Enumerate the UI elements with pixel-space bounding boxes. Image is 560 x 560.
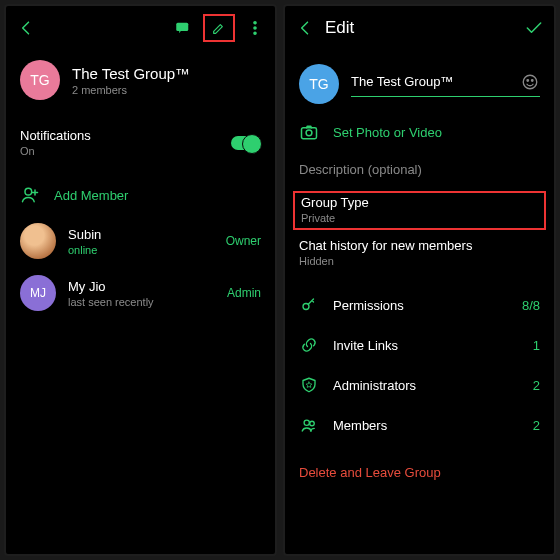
member-role: Owner [226,234,261,248]
svg-rect-0 [176,23,188,31]
avatar-initials: MJ [30,286,46,300]
topbar-right: Edit [285,6,554,50]
back-icon[interactable] [16,18,36,38]
notifications-toggle[interactable] [231,136,261,150]
svg-point-9 [306,130,312,136]
member-avatar [20,223,56,259]
chat-history-label: Chat history for new members [299,238,472,253]
group-info-screen: TG The Test Group™ 2 members Notificatio… [4,4,277,556]
edit-group-screen: Edit TG The Test Group™ Set Photo or Vid… [283,4,556,556]
topbar-left [6,6,275,50]
description-placeholder: Description (optional) [299,162,422,177]
set-photo-label: Set Photo or Video [333,125,442,140]
svg-point-1 [254,22,256,24]
check-icon[interactable] [524,18,544,38]
notifications-state: On [20,145,217,157]
group-type-label: Group Type [301,195,538,210]
member-avatar: MJ [20,275,56,311]
group-type-row[interactable]: Group Type Private [301,195,538,224]
chat-history-row[interactable]: Chat history for new members Hidden [285,234,554,277]
members-row[interactable]: Members 2 [285,405,554,445]
admins-row[interactable]: Administrators 2 [285,365,554,405]
emoji-icon[interactable] [520,72,540,92]
svg-point-11 [304,420,309,425]
member-role: Admin [227,286,261,300]
invite-links-row[interactable]: Invite Links 1 [285,325,554,365]
group-header: TG The Test Group™ 2 members [6,50,275,110]
group-type-value: Private [301,212,538,224]
admins-value: 2 [533,378,540,393]
members-icon [299,415,319,435]
camera-icon [299,122,319,142]
group-name-value: The Test Group™ [351,74,520,89]
svg-point-4 [25,188,32,195]
add-member-icon [20,185,40,205]
admins-label: Administrators [333,378,519,393]
member-status: last seen recently [68,296,215,308]
add-member-row[interactable]: Add Member [6,175,275,215]
permissions-label: Permissions [333,298,508,313]
svg-point-3 [254,32,256,34]
group-members-count: 2 members [72,84,190,96]
member-name: Subin [68,227,214,242]
shield-icon [299,375,319,395]
avatar-initials: TG [30,72,49,88]
members-label: Members [333,418,519,433]
permissions-value: 8/8 [522,298,540,313]
notifications-row[interactable]: Notifications On [6,118,275,167]
svg-point-6 [527,79,529,81]
member-name: My Jio [68,279,215,294]
delete-group-row[interactable]: Delete and Leave Group [285,455,554,490]
link-icon [299,335,319,355]
svg-point-7 [532,79,534,81]
permissions-row[interactable]: Permissions 8/8 [285,285,554,325]
group-avatar[interactable]: TG [20,60,60,100]
pencil-icon[interactable] [209,18,229,38]
key-icon [299,295,319,315]
notifications-label: Notifications [20,128,217,143]
delete-group-label: Delete and Leave Group [299,465,441,480]
description-row[interactable]: Description (optional) [285,152,554,187]
set-photo-row[interactable]: Set Photo or Video [285,112,554,152]
back-icon[interactable] [295,18,315,38]
group-type-highlight: Group Type Private [293,191,546,230]
chat-history-value: Hidden [299,255,472,267]
member-status: online [68,244,214,256]
invite-label: Invite Links [333,338,519,353]
invite-value: 1 [533,338,540,353]
group-name: The Test Group™ [72,65,190,82]
add-member-label: Add Member [54,188,128,203]
edit-highlight [203,14,235,42]
edit-group-header: TG The Test Group™ [285,50,554,112]
group-avatar[interactable]: TG [299,64,339,104]
svg-point-12 [310,421,315,426]
members-value: 2 [533,418,540,433]
group-name-input[interactable]: The Test Group™ [351,72,540,97]
svg-point-2 [254,27,256,29]
more-icon[interactable] [245,18,265,38]
chat-icon[interactable] [173,18,193,38]
screen-title: Edit [325,18,354,38]
member-row[interactable]: MJ My Jio last seen recently Admin [6,267,275,319]
svg-point-5 [523,75,537,89]
avatar-initials: TG [309,76,328,92]
member-row[interactable]: Subin online Owner [6,215,275,267]
